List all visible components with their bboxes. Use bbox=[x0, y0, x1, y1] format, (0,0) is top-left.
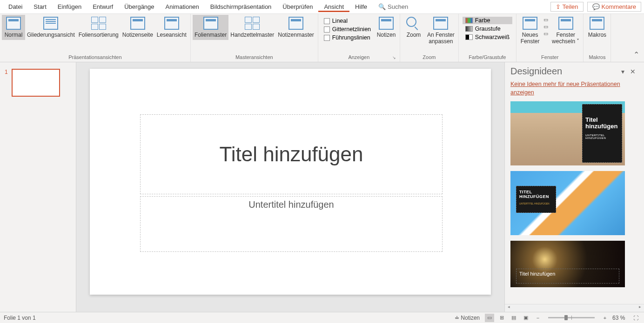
fit-to-window-button[interactable]: An Fenster anpassen bbox=[425, 15, 456, 47]
normal-view-status-button[interactable]: ▭ bbox=[485, 314, 494, 322]
grayscale-mode-button[interactable]: Graustufe bbox=[463, 25, 512, 33]
bw-mode-button[interactable]: Schwarzweiß bbox=[463, 33, 512, 41]
notes-page-button[interactable]: Notizenseite bbox=[121, 15, 155, 40]
ribbon: Normal Gliederungsansicht Foliensortieru… bbox=[0, 14, 644, 62]
color-mode-button[interactable]: Farbe bbox=[463, 17, 512, 24]
show-dialog-launcher[interactable]: ↘ bbox=[391, 55, 397, 61]
grayscale-swatch-icon bbox=[465, 26, 473, 32]
menu-datei[interactable]: Datei bbox=[3, 1, 28, 12]
share-button[interactable]: ⇪ Teilen bbox=[550, 2, 584, 12]
stop-showing-ideas-link[interactable]: Keine Ideen mehr für neue Präsentationen… bbox=[505, 80, 644, 101]
fit-window-icon bbox=[433, 17, 448, 30]
search-box[interactable]: 🔍 Suchen bbox=[373, 1, 414, 12]
slide-master-button[interactable]: Folienmaster bbox=[193, 15, 228, 40]
checkbox-box-icon bbox=[324, 26, 330, 33]
menu-animationen[interactable]: Animationen bbox=[160, 1, 205, 12]
idea2-title: TITEL HINZUFÜGEN bbox=[519, 190, 553, 199]
group-label-macros: Makros bbox=[585, 53, 609, 62]
zoom-slider[interactable] bbox=[548, 317, 595, 318]
title-placeholder[interactable]: Titel hinzufügen bbox=[140, 114, 443, 194]
fit-slide-status-button[interactable]: ⛶ bbox=[631, 314, 640, 322]
outline-view-button[interactable]: Gliederungsansicht bbox=[25, 15, 77, 40]
menu-ansicht[interactable]: Ansicht bbox=[318, 1, 349, 12]
menu-ueberpruefen[interactable]: Überprüfen bbox=[277, 1, 318, 12]
menu-start[interactable]: Start bbox=[28, 1, 52, 12]
zoom-percent-label[interactable]: 63 % bbox=[612, 315, 628, 321]
switch-window-icon bbox=[558, 17, 573, 30]
scroll-left-button[interactable]: ◂ bbox=[505, 304, 513, 312]
slide-sorter-icon bbox=[91, 17, 106, 30]
scroll-right-button[interactable]: ▸ bbox=[636, 304, 644, 312]
comments-label: Kommentare bbox=[602, 3, 636, 10]
new-window-button[interactable]: Neues Fenster bbox=[518, 15, 542, 47]
ruler-checkbox[interactable]: Lineal bbox=[324, 18, 371, 24]
menubar: Datei Start Einfügen Entwurf Übergänge A… bbox=[0, 0, 644, 14]
sorter-view-status-button[interactable]: ⊞ bbox=[497, 314, 506, 322]
slide-thumbnail-1[interactable] bbox=[12, 69, 60, 97]
idea1-title: Titel hinzufügen bbox=[585, 117, 619, 130]
normal-view-button[interactable]: Normal bbox=[2, 15, 25, 40]
idea1-subtitle: UNTERTITEL HINZUFÜGEN bbox=[585, 134, 619, 139]
status-notes-button[interactable]: ≐ Notizen bbox=[452, 314, 482, 322]
menu-hilfe[interactable]: Hilfe bbox=[349, 1, 373, 12]
checkbox-box-icon bbox=[324, 35, 330, 41]
design-ideas-list[interactable]: Titel hinzufügen UNTERTITEL HINZUFÜGEN T… bbox=[505, 101, 644, 304]
zoom-tick bbox=[571, 316, 572, 320]
idea2-subtitle: UNTERTITEL HINZUFÜGEN bbox=[519, 202, 553, 205]
cascade-button[interactable]: ▭ bbox=[543, 24, 548, 30]
ribbon-group-color: Farbe Graustufe Schwarzweiß Farbe/Graust… bbox=[459, 14, 517, 62]
gridlines-checkbox[interactable]: Gitternetzlinien bbox=[324, 26, 371, 33]
switch-window-button[interactable]: Fenster wechseln ˅ bbox=[550, 15, 581, 47]
notes-button[interactable]: Notizen bbox=[375, 15, 398, 40]
group-label-color: Farbe/Graustufe bbox=[461, 53, 514, 62]
handout-master-button[interactable]: Handzettelmaster bbox=[228, 15, 276, 40]
search-icon: 🔍 bbox=[378, 3, 386, 10]
design-idea-3[interactable]: Titel hinzufügen bbox=[510, 241, 625, 287]
reading-view-button[interactable]: Leseansicht bbox=[155, 15, 188, 40]
notes-icon: ≐ bbox=[455, 315, 459, 321]
zoom-icon bbox=[406, 17, 421, 30]
menu-uebergaenge[interactable]: Übergänge bbox=[119, 1, 160, 12]
reading-view-status-button[interactable]: ▤ bbox=[509, 314, 518, 322]
pane-close-button[interactable]: ✕ bbox=[627, 68, 638, 75]
notes-master-button[interactable]: Notizenmaster bbox=[276, 15, 315, 40]
zoom-in-button[interactable]: + bbox=[600, 314, 610, 322]
slide-thumbnail-panel: 1 bbox=[0, 62, 76, 312]
ribbon-group-show: Lineal Gitternetzlinien Führungslinien N… bbox=[318, 14, 400, 62]
slide-canvas-area[interactable]: Titel hinzufügen Untertitel hinzufügen bbox=[76, 62, 504, 312]
share-icon: ⇪ bbox=[556, 3, 561, 10]
content-area: 1 Titel hinzufügen Untertitel hinzufügen… bbox=[0, 62, 644, 312]
notes-page-icon bbox=[130, 17, 145, 30]
zoom-button[interactable]: Zoom bbox=[402, 15, 425, 40]
ribbon-group-master-views: Folienmaster Handzettelmaster Notizenmas… bbox=[191, 14, 318, 62]
reading-view-icon bbox=[164, 17, 179, 30]
ribbon-group-macros: Makros Makros bbox=[584, 14, 611, 62]
group-label-show: Anzeigen↘ bbox=[320, 53, 398, 62]
macros-button[interactable]: Makros bbox=[585, 15, 609, 40]
menu-bildschirmpraesentation[interactable]: Bildschirmpräsentation bbox=[205, 1, 277, 12]
ribbon-collapse-button[interactable]: ⌃ bbox=[629, 47, 644, 62]
scroll-track[interactable] bbox=[513, 304, 636, 312]
slideshow-status-button[interactable]: ▣ bbox=[521, 314, 530, 322]
pane-horizontal-scrollbar[interactable]: ◂ ▸ bbox=[505, 304, 644, 312]
slide-sorter-button[interactable]: Foliensortierung bbox=[77, 15, 121, 40]
zoom-out-button[interactable]: − bbox=[533, 314, 543, 322]
menu-einfuegen[interactable]: Einfügen bbox=[52, 1, 87, 12]
guides-checkbox[interactable]: Führungslinien bbox=[324, 34, 371, 41]
zoom-handle[interactable] bbox=[564, 315, 568, 320]
ribbon-group-window: Neues Fenster ▭ ▭ ▭ Fenster wechseln ˅ F… bbox=[517, 14, 584, 62]
design-ideas-pane: Designideen ▾ ✕ Keine Ideen mehr für neu… bbox=[504, 62, 644, 312]
comments-button[interactable]: 💬 Kommentare bbox=[587, 2, 641, 12]
arrange-all-button[interactable]: ▭ bbox=[543, 17, 548, 23]
group-label-master-views: Masteransichten bbox=[193, 53, 316, 62]
menu-entwurf[interactable]: Entwurf bbox=[87, 1, 119, 12]
design-idea-1[interactable]: Titel hinzufügen UNTERTITEL HINZUFÜGEN bbox=[510, 101, 625, 165]
notes-master-icon bbox=[288, 17, 303, 30]
pane-options-button[interactable]: ▾ bbox=[618, 68, 627, 75]
subtitle-placeholder[interactable]: Untertitel hinzufügen bbox=[140, 196, 443, 252]
color-swatch-icon bbox=[465, 18, 473, 23]
new-window-icon bbox=[523, 17, 537, 30]
outline-view-icon bbox=[43, 17, 58, 30]
move-split-button[interactable]: ▭ bbox=[543, 31, 548, 37]
design-idea-2[interactable]: TITEL HINZUFÜGEN UNTERTITEL HINZUFÜGEN bbox=[510, 171, 625, 235]
